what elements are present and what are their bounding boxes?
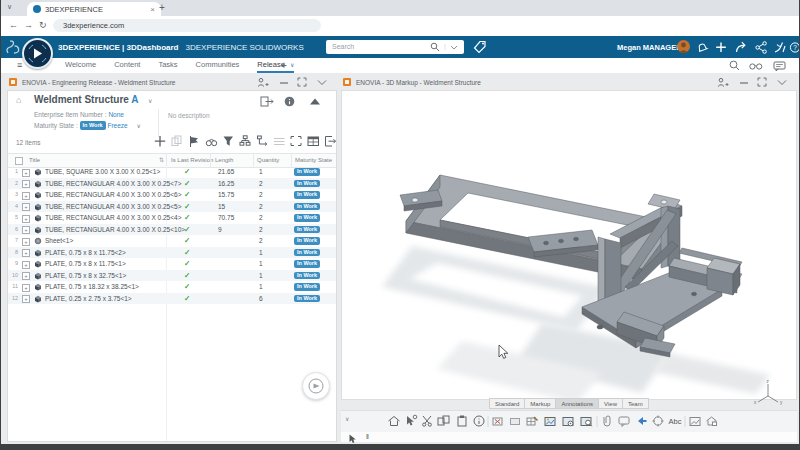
col-length[interactable]: Length <box>215 154 233 166</box>
capture-settings-icon[interactable] <box>563 418 573 426</box>
row-title[interactable]: TUBE, SQUARE 3.00 X 3.00 X 0.25<1> <box>45 166 160 178</box>
flag-icon[interactable] <box>191 136 199 147</box>
item-title[interactable]: Weldment Structure A ∨ <box>34 94 152 105</box>
chat-icon[interactable] <box>774 62 785 71</box>
row-expand-toggle[interactable]: + <box>22 249 30 257</box>
widget-menu-chevron-icon[interactable] <box>778 81 786 85</box>
table-row[interactable]: 11+PLATE, 0.75 x 18.32 x 38.25<1>✓1In Wo… <box>8 281 336 293</box>
home-icon[interactable]: ⌂ <box>16 95 21 105</box>
row-title[interactable]: TUBE, RECTANGULAR 4.00 X 3.00 X 0.25<5> <box>45 201 181 213</box>
right-widget-header[interactable]: ENOVIA - 3D Markup - Weldment Structure <box>341 76 797 89</box>
tab-welcome[interactable]: Welcome <box>65 58 96 71</box>
tab-tasks[interactable]: Tasks <box>158 58 177 71</box>
col-maturity-state[interactable]: Maturity State <box>295 154 332 166</box>
copy-icon[interactable] <box>172 136 181 146</box>
fullscreen-icon[interactable] <box>291 137 301 146</box>
share-widget-icon[interactable] <box>258 78 269 86</box>
image-icon[interactable] <box>690 418 700 426</box>
pause-icon[interactable]: ‖ <box>366 433 369 440</box>
table-row[interactable]: 4+TUBE, RECTANGULAR 4.00 X 3.00 X 0.25<5… <box>8 201 336 213</box>
home-lock-icon[interactable] <box>707 417 717 426</box>
slide-icon[interactable] <box>511 419 520 425</box>
row-title[interactable]: TUBE, RECTANGULAR 4.00 X 3.00 X 0.25<10> <box>45 224 185 236</box>
capture-zoom-icon[interactable] <box>581 418 592 427</box>
row-title[interactable]: PLATE, 0.75 x 8 x 11.75<2> <box>45 247 126 259</box>
home-view-icon[interactable] <box>389 417 400 426</box>
attach-icon[interactable] <box>604 416 610 426</box>
hamburger-menu-icon[interactable]: ≡ <box>17 60 22 70</box>
search-box[interactable]: Search <box>326 40 464 54</box>
table-row[interactable]: 10+PLATE, 0.75 x 8 x 32.75<1>✓1In Work <box>8 270 336 282</box>
tab-close-icon[interactable]: × <box>150 5 155 14</box>
table-row[interactable]: 5+TUBE, RECTANGULAR 4.00 X 3.00 X 0.25<4… <box>8 212 336 224</box>
user-name[interactable]: Megan MANAGER <box>617 43 682 52</box>
active-tab-chevron-icon[interactable]: ∨ <box>290 62 294 68</box>
compass-icon[interactable] <box>22 38 53 69</box>
search-icon[interactable] <box>430 42 440 52</box>
table-row[interactable]: 8+PLATE, 0.75 x 8 x 11.75<2>✓1In Work <box>8 247 336 259</box>
paste-icon[interactable] <box>458 416 466 427</box>
info-icon[interactable] <box>474 416 484 426</box>
viewer-tab-view[interactable]: View <box>598 398 623 409</box>
capture-image-icon[interactable] <box>545 418 555 426</box>
row-expand-toggle[interactable]: + <box>22 272 30 280</box>
row-title[interactable]: PLATE, 0.25 x 2.75 x 3.75<1> <box>45 293 132 305</box>
tab-search-chevron-icon[interactable]: ∨ <box>7 3 12 11</box>
viewer-tab-markup[interactable]: Markup <box>524 398 556 409</box>
search-options-chevron-icon[interactable] <box>444 42 462 52</box>
collapse-caret-icon[interactable] <box>310 99 320 105</box>
tab-release[interactable]: Release∨ <box>257 58 294 73</box>
help-icon[interactable]: ? <box>790 43 799 52</box>
add-item-icon[interactable] <box>155 136 165 147</box>
viewer-tab-standard[interactable]: Standard <box>489 398 525 409</box>
row-title[interactable]: TUBE, RECTANGULAR 4.00 X 3.00 X 0.25<7> <box>45 178 181 190</box>
preview-glasses-icon[interactable] <box>750 64 762 69</box>
table-row[interactable]: 2+TUBE, RECTANGULAR 4.00 X 3.00 X 0.25<7… <box>8 178 336 190</box>
info-icon[interactable] <box>285 97 295 107</box>
table-row[interactable]: 3+TUBE, RECTANGULAR 4.00 X 3.00 X 0.25<6… <box>8 189 336 201</box>
col-quantity[interactable]: Quantity <box>257 154 279 166</box>
left-widget-header[interactable]: ENOVIA - Engineering Release - Weldment … <box>7 76 337 89</box>
back-arrow-icon[interactable] <box>638 417 647 425</box>
add-dashboard-tab-button[interactable]: + <box>281 60 287 71</box>
grid-edit-icon[interactable] <box>527 417 538 425</box>
maturity-chevron-icon[interactable]: ∨ <box>136 123 140 129</box>
maximize-widget-icon[interactable] <box>298 78 306 86</box>
select-all-checkbox[interactable] <box>15 157 23 165</box>
table-row[interactable]: 7+Sheet<1>✓2In Work <box>8 235 336 247</box>
structure-icon[interactable] <box>240 136 250 145</box>
clear-markup-icon[interactable] <box>493 418 502 425</box>
col-is-last-revision[interactable]: Is Last Revision <box>171 154 213 166</box>
row-title[interactable]: TUBE, RECTANGULAR 4.00 X 3.00 X 0.25<6> <box>45 189 181 201</box>
export-table-icon[interactable] <box>326 137 336 147</box>
widget-menu-chevron-icon[interactable] <box>318 81 326 85</box>
sort-icon[interactable]: ⇅ <box>159 154 164 166</box>
row-title[interactable]: PLATE, 0.75 x 8 x 11.75<1> <box>45 258 126 270</box>
item-revision[interactable]: A <box>131 94 138 105</box>
row-title[interactable]: TUBE, RECTANGULAR 4.00 X 3.00 X 0.25<4> <box>45 212 181 224</box>
row-title[interactable]: Sheet<1> <box>45 235 73 247</box>
add-content-icon[interactable] <box>716 43 726 53</box>
search-help-icon[interactable] <box>730 61 739 70</box>
table-view-icon[interactable] <box>308 137 319 146</box>
tab-content[interactable]: Content <box>114 58 140 71</box>
export-document-icon[interactable] <box>261 97 273 106</box>
viewer-tab-annotations[interactable]: Annotations <box>555 398 599 409</box>
structure-expand-icon[interactable] <box>258 136 267 146</box>
enterprise-item-value[interactable]: None <box>108 111 124 118</box>
comment-icon[interactable] <box>619 417 629 427</box>
find-icon[interactable] <box>206 139 216 145</box>
user-avatar[interactable] <box>677 40 690 53</box>
row-expand-toggle[interactable]: + <box>22 295 30 303</box>
col-title[interactable]: Title <box>29 154 40 166</box>
row-expand-toggle[interactable]: + <box>22 284 30 292</box>
back-button[interactable]: ← <box>9 20 18 30</box>
row-expand-toggle[interactable]: + <box>22 203 30 211</box>
notifications-icon[interactable] <box>697 43 707 52</box>
maximize-widget-icon[interactable] <box>758 78 766 86</box>
select-redo-icon[interactable] <box>407 415 417 425</box>
viewer-tab-team[interactable]: Team <box>622 398 649 409</box>
row-expand-toggle[interactable]: + <box>22 169 30 177</box>
copy-icon[interactable] <box>438 416 449 425</box>
forward-button[interactable]: → <box>24 20 33 30</box>
